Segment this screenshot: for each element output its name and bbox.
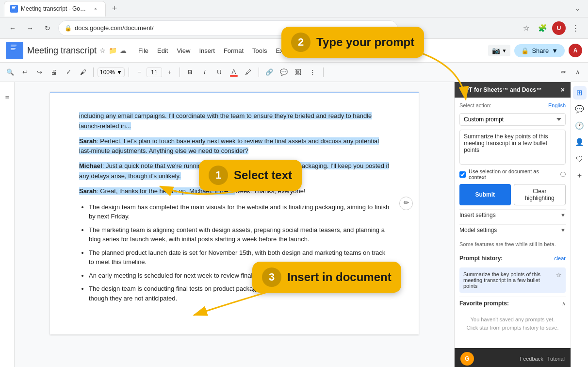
forward-button[interactable]: → — [23, 21, 37, 35]
toolbar-collapse-button[interactable]: ∧ — [572, 66, 584, 79]
menu-insert[interactable]: Insert — [195, 45, 219, 56]
paragraph3-continuation: week. Thanks, everyone! — [235, 187, 305, 195]
menu-button[interactable]: ⋮ — [569, 21, 582, 35]
menu-format[interactable]: Format — [220, 45, 247, 56]
zoom-value: 100% — [100, 69, 115, 76]
dropdown-arrow-icon: ▼ — [502, 48, 507, 53]
inline-edit-button[interactable]: ✏ — [399, 197, 413, 210]
clear-history-link[interactable]: clear — [554, 255, 566, 261]
font-size-increase[interactable]: + — [163, 66, 176, 79]
menu-tools[interactable]: Tools — [248, 45, 271, 56]
font-size-input[interactable]: 11 — [147, 67, 162, 77]
text-color-button[interactable]: A — [228, 66, 240, 79]
paint-format-button[interactable]: 🖌 — [77, 66, 89, 79]
submit-button[interactable]: Submit — [459, 184, 511, 205]
plus-icon: + — [167, 68, 171, 76]
shield-tool[interactable]: 🛡 — [573, 152, 587, 166]
michael-text: : Just a quick note that we're running a… — [79, 162, 389, 180]
pen-mode-button[interactable]: ✏ — [557, 66, 570, 79]
favorite-prompts-header: Favorite prompts: ∧ — [459, 297, 566, 310]
puzzle-icon: 🧩 — [538, 24, 547, 33]
highlight-color-button[interactable]: 🖊 — [242, 66, 255, 79]
reload-button[interactable]: ↻ — [41, 21, 54, 35]
favorite-star-icon[interactable]: ☆ — [99, 47, 106, 54]
text-color-icon: A — [232, 68, 236, 75]
menu-edit[interactable]: Edit — [153, 45, 172, 56]
tutorial-link[interactable]: Tutorial — [547, 356, 565, 362]
share-button[interactable]: 🔒 Share ▼ — [514, 44, 565, 57]
info-icon[interactable]: ⓘ — [560, 171, 566, 178]
context-checkbox-label: Use selection or document as context — [469, 168, 557, 180]
user-avatar[interactable]: U — [552, 21, 566, 35]
plugin-title: GPT for Sheets™ and Docs™ — [460, 86, 542, 93]
print-button[interactable]: 🖨 — [48, 66, 60, 79]
document-title[interactable]: Meeting transcript — [27, 46, 97, 56]
bullet-item: The design team is conducting final test… — [89, 284, 390, 303]
spellcheck-button[interactable]: ✓ — [62, 66, 75, 79]
menu-extensions[interactable]: Extensions — [272, 45, 310, 56]
toolbar-separator-3 — [180, 67, 180, 77]
menu-view[interactable]: View — [173, 45, 194, 56]
underline-button[interactable]: U — [213, 66, 226, 79]
fav-empty-text: You haven't saved any prompts yet. Click… — [459, 314, 566, 334]
plugin-close-button[interactable]: × — [561, 86, 565, 94]
more-toolbar-button[interactable]: ⋮ — [307, 66, 319, 79]
sarah-highlighted-1: Sarah: Perfect. Let's plan to touch base… — [79, 137, 379, 155]
print-icon: 🖨 — [51, 68, 57, 76]
right-tools-panel: ⊞ 💬 🕐 👤 🛡 ＋ — [571, 82, 588, 367]
move-to-folder-icon[interactable]: 📁 — [109, 47, 117, 54]
link-icon: 🔗 — [265, 68, 273, 76]
sarah-paragraph-1: Sarah: Perfect. Let's plan to touch base… — [79, 136, 390, 157]
zoom-select[interactable]: 100% ▼ — [98, 67, 125, 77]
clear-highlighting-button[interactable]: Clear highlighting — [514, 184, 566, 205]
insert-image-button[interactable]: 🖼 — [292, 66, 305, 79]
menu-help[interactable]: Help — [311, 45, 332, 56]
person-tool[interactable]: 👤 — [573, 135, 587, 149]
active-tab[interactable]: Meeting transcript - Google D... × — [4, 1, 106, 17]
menu-file[interactable]: File — [134, 45, 152, 56]
insert-settings-row[interactable]: Insert settings ▼ — [459, 209, 566, 220]
michael-highlighted: Michael: Just a quick note that we're ru… — [79, 162, 389, 180]
insert-link-button[interactable]: 🔗 — [263, 66, 276, 79]
docs-app-icon — [6, 42, 23, 59]
docs-menu-bar: File Edit View Insert Format Tools Exten… — [134, 45, 332, 56]
toolbar-separator-5 — [323, 67, 324, 77]
sarah-text-1: : Perfect. Let's plan to touch base earl… — [79, 137, 379, 155]
shield-icon: 🛡 — [576, 155, 583, 163]
undo-button[interactable]: ↩ — [18, 66, 31, 79]
insert-comment-button[interactable]: 💬 — [278, 66, 290, 79]
cloud-save-icon[interactable]: ☁ — [120, 47, 127, 54]
bookmark-button[interactable]: ☆ — [519, 21, 533, 35]
window-expand-button[interactable]: ⌄ — [571, 2, 584, 16]
bold-button[interactable]: B — [184, 66, 196, 79]
italic-button[interactable]: I — [198, 66, 211, 79]
docs-home-tool[interactable]: ⊞ — [573, 86, 587, 100]
new-tab-button[interactable]: + — [108, 2, 121, 16]
user-profile-avatar[interactable]: A — [569, 44, 582, 57]
more-vert-icon: ⋮ — [310, 68, 316, 76]
prompt-textarea[interactable]: Summarize the key points of this meeting… — [459, 130, 566, 165]
context-checkbox[interactable] — [459, 171, 466, 178]
star-history-button[interactable]: ☆ — [556, 271, 562, 279]
back-icon: ← — [9, 24, 16, 32]
language-selector[interactable]: English — [548, 102, 566, 108]
search-toolbar-button[interactable]: 🔍 — [4, 66, 16, 79]
font-size-decrease[interactable]: − — [133, 66, 146, 79]
svg-rect-2 — [12, 9, 15, 9]
action-dropdown[interactable]: Custom prompt — [459, 113, 566, 126]
extensions-button[interactable]: 🧩 — [536, 21, 549, 35]
image-icon: 🖼 — [295, 68, 301, 76]
footer-links: Feedback Tutorial — [520, 356, 565, 362]
left-gutter: ≡ — [0, 82, 15, 367]
chat-tool[interactable]: 💬 — [573, 102, 587, 116]
back-button[interactable]: ← — [6, 21, 19, 35]
redo-button[interactable]: ↪ — [33, 66, 46, 79]
address-bar[interactable]: 🔒 docs.google.com/document/ — [58, 20, 398, 36]
outline-panel-button[interactable]: ≡ — [5, 94, 9, 101]
sarah-paragraph-2: Sarah: Great, thanks for the heads-up, M… — [79, 186, 390, 197]
feedback-link[interactable]: Feedback — [520, 356, 543, 362]
clock-tool[interactable]: 🕐 — [573, 119, 587, 133]
add-tool[interactable]: ＋ — [573, 168, 587, 182]
tab-close-button[interactable]: × — [92, 5, 99, 13]
model-settings-row[interactable]: Model settings ▼ — [459, 224, 566, 235]
